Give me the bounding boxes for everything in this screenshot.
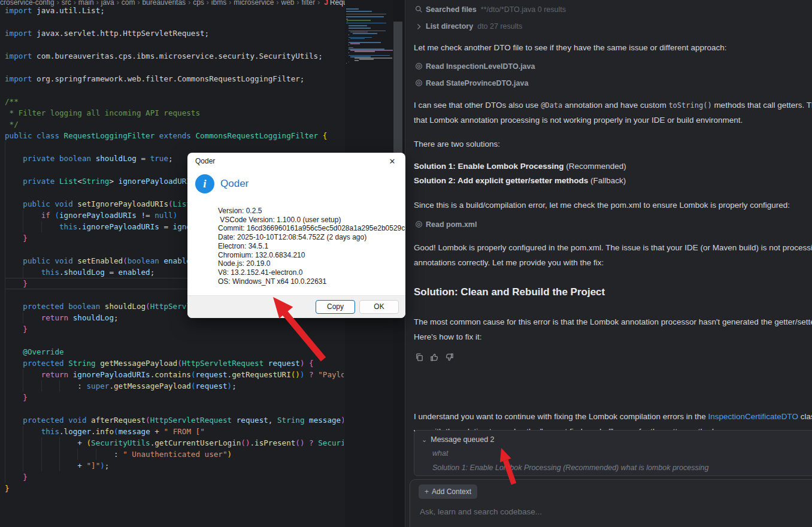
- indent-guide: [5, 392, 5, 403]
- close-icon[interactable]: ✕: [384, 155, 401, 168]
- dialog-info-line: Date: 2025-10-10T12:08:54.752Z (2 days a…: [218, 233, 405, 242]
- indent-guide: [5, 198, 5, 210]
- read-icon: [414, 79, 423, 87]
- code-line: protected void afterRequest(HttpServletR…: [5, 414, 344, 426]
- tool-call-row-read-inspectionleveldto-java[interactable]: Read InspectionLevelDTO.java: [414, 62, 535, 73]
- text-segment: annotations correctly. Let me provide yo…: [414, 258, 604, 267]
- text-segment: class. Let me provide: [798, 412, 812, 421]
- code-line: private List<String> ignorePayloadURIs;: [5, 175, 200, 187]
- text-segment: Good! Lombok is properly configured in t…: [414, 243, 812, 252]
- tool-call-label: Read pom.xml: [426, 220, 477, 229]
- assistant-text-line: There are two solutions:: [414, 138, 500, 153]
- code-line: [5, 187, 23, 198]
- tool-call-label: Searched files: [426, 5, 477, 14]
- minimap-line: [349, 40, 349, 41]
- minimap-line: [353, 33, 377, 34]
- indent-guide: [5, 244, 5, 255]
- assistant-text-line: Solution 2: Add explicit getter/setter m…: [414, 175, 626, 190]
- indent-guide: [23, 210, 23, 221]
- chat-input-box[interactable]: +Add Context Ask, learn and search codeb…: [410, 479, 812, 527]
- read-icon: [414, 62, 423, 71]
- code-line: [5, 335, 23, 346]
- code-line: [5, 403, 23, 414]
- about-dialog: Qoder ✕ i Qoder Version: 0.2.5 VSCode Ve…: [187, 153, 405, 318]
- dialog-info-line: V8: 13.2.152.41-electron.0: [218, 268, 405, 277]
- minimap-line: [355, 51, 374, 52]
- text-segment: (Fallback): [588, 176, 626, 185]
- code-line: + "]");: [5, 460, 109, 471]
- indent-guide: [5, 301, 5, 312]
- indent-guide: [23, 437, 23, 449]
- thumbs-down-icon[interactable]: [445, 353, 455, 362]
- minimap-line: [349, 44, 349, 46]
- queued-message-item[interactable]: what: [432, 449, 448, 458]
- code-line: public class RequestLoggingFilter extend…: [5, 130, 327, 141]
- assistant-text-line: I understand you want to continue with f…: [414, 411, 812, 426]
- code-line: public void setEnabled(boolean enabled) …: [5, 255, 209, 266]
- indent-guide: [41, 437, 42, 449]
- code-line: this.logger.info(message + " FROM [": [5, 426, 205, 437]
- assistant-text-line: Since this is a build/compilation error,…: [414, 199, 790, 214]
- dialog-info-line: Chromium: 132.0.6834.210: [218, 251, 405, 260]
- code-line: @Override: [5, 346, 64, 358]
- indent-guide: [23, 221, 23, 232]
- indent-guide: [5, 380, 5, 392]
- assistant-chat-panel: Searched files**/dto/*DTO.java 0 results…: [405, 0, 812, 527]
- minimap-line: [346, 11, 372, 12]
- indent-guide: [59, 437, 60, 449]
- code-line: return shouldLog;: [5, 312, 119, 323]
- indent-guide: [5, 449, 5, 460]
- copy-icon[interactable]: [415, 353, 425, 362]
- tool-call-row-searched-files[interactable]: Searched files**/dto/*DTO.java 0 results: [414, 5, 566, 16]
- tool-call-label: Read InspectionLevelDTO.java: [426, 62, 535, 71]
- indent-guide: [41, 221, 42, 232]
- dialog-app-name: Qoder: [220, 178, 249, 190]
- indent-guide: [5, 278, 5, 289]
- thumbs-up-icon[interactable]: [430, 353, 440, 362]
- file-link[interactable]: InspectionCertificateDTO: [708, 412, 799, 421]
- tool-call-row-read-pom-xml[interactable]: Read pom.xml: [414, 220, 477, 231]
- minimap-line: [346, 14, 386, 15]
- tool-call-row-list-directory[interactable]: List directorydto 27 results: [414, 22, 522, 33]
- dialog-version-info: Version: 0.2.5 VSCode Version: 1.100.0 (…: [218, 207, 405, 286]
- code-line: [5, 141, 23, 153]
- indent-guide: [5, 221, 5, 232]
- tool-call-label: List directory: [426, 22, 473, 31]
- dialog-info-line: Commit: 16cd366960161a956c5ec5d028a1a295…: [218, 224, 405, 233]
- queued-message-item[interactable]: Solution 1: Enable Lombok Processing (Re…: [432, 464, 708, 472]
- text-segment: The most common cause for this error is …: [414, 317, 812, 326]
- indent-guide: [96, 449, 96, 460]
- indent-guide: [5, 414, 5, 426]
- queued-messages-title: Message queued 2: [431, 435, 494, 444]
- read-icon: [414, 220, 423, 229]
- minimap-line: [346, 8, 359, 10]
- indent-guide: [77, 449, 78, 460]
- code-line: }: [5, 278, 28, 289]
- indent-guide: [5, 266, 5, 278]
- indent-guide: [23, 369, 23, 380]
- minimap[interactable]: [346, 8, 392, 92]
- indent-guide: [5, 153, 5, 164]
- add-context-button[interactable]: +Add Context: [419, 484, 477, 499]
- code-line: : super.getMessagePayload(request);: [5, 380, 237, 392]
- copy-button[interactable]: Copy: [316, 300, 355, 314]
- indent-guide: [5, 346, 5, 358]
- minimap-line: [350, 43, 360, 44]
- dialog-info-line: Node.js: 20.19.0: [218, 259, 405, 268]
- tool-call-row-read-stateprovincedto-java[interactable]: Read StateProvinceDTO.java: [414, 79, 528, 90]
- indent-guide: [5, 141, 5, 153]
- indent-guide: [5, 255, 5, 266]
- chat-input-placeholder[interactable]: Ask, learn and search codebase...: [420, 507, 542, 516]
- app-window: croservice-config›src›main›java›com›bure…: [0, 0, 812, 527]
- indent-guide: [5, 175, 5, 187]
- assistant-text-line: I can see that other DTOs also use @Data…: [414, 99, 812, 114]
- queued-messages-header[interactable]: ⌄Message queued 2: [422, 435, 495, 444]
- code-line: }: [5, 471, 28, 483]
- minimap-line: [349, 28, 371, 29]
- code-line: import java.util.List;: [5, 5, 105, 16]
- text-segment: that Lombok annotation processing is not…: [414, 116, 743, 125]
- indent-guide: [41, 449, 42, 460]
- minimap-line: [346, 16, 384, 17]
- minimap-line: [346, 63, 347, 64]
- ok-button[interactable]: OK: [359, 300, 399, 314]
